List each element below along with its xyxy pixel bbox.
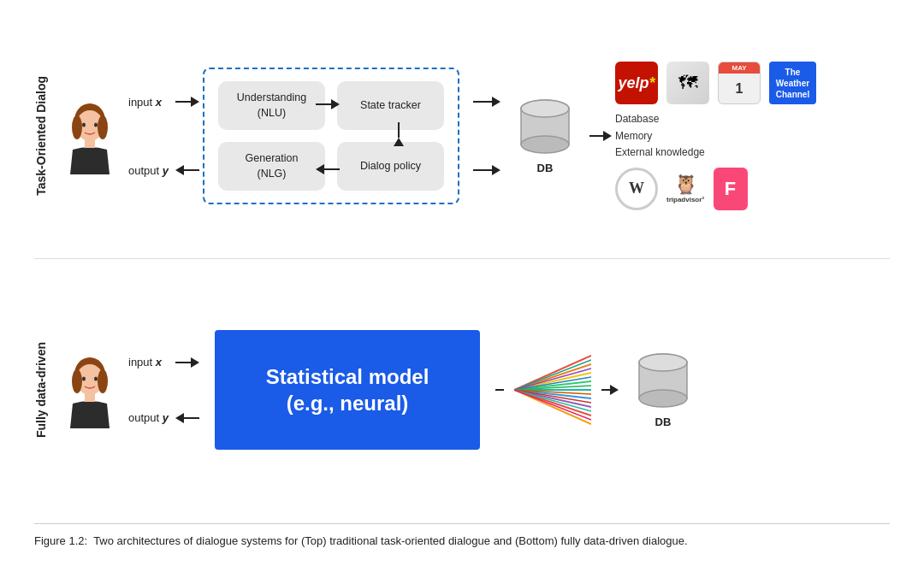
svg-point-3 (98, 115, 108, 139)
io-labels-bottom: input x output y (128, 334, 169, 445)
db-cylinder-top (519, 98, 571, 158)
icons-row-top: yelp* 🗺 MAY 1 The Weather Channel (615, 62, 816, 104)
svg-point-9 (521, 136, 569, 153)
policy-nlg-arrow (316, 164, 340, 174)
maps-icon: 🗺 (666, 62, 709, 104)
stat-model-label: Statistical model(e.g., neural) (266, 363, 429, 416)
weather-line1: The (785, 67, 801, 78)
bottom-db-arrow (473, 165, 500, 175)
svg-point-13 (72, 369, 82, 393)
svg-point-38 (639, 354, 687, 371)
svg-point-5 (82, 123, 86, 127)
wires-visualization (514, 347, 591, 433)
tripadvisor-icon: 🦉 tripadvisor° (666, 174, 705, 203)
svg-point-10 (521, 100, 569, 117)
nlu-box: Understanding(NLU) (218, 81, 325, 130)
right-icons-area: yelp* 🗺 MAY 1 The Weather Channel Datab (615, 62, 816, 210)
db-top: DB (519, 98, 571, 174)
calendar-icon: MAY 1 (718, 62, 761, 104)
box-to-db-arrows (473, 68, 500, 204)
output-arrow (175, 165, 199, 175)
nlu-state-arrow (316, 99, 340, 109)
io-labels-top: input x output y (128, 68, 169, 204)
top-db-arrow (473, 97, 500, 107)
section-top: Task-Oriented Dialog (34, 17, 890, 255)
bottom-section-label: Fully data-driven (34, 342, 48, 438)
svg-rect-15 (85, 393, 95, 402)
calendar-header: MAY (719, 62, 760, 74)
wires-to-db-arrow (601, 385, 619, 395)
figure-caption: Figure 1.2: Two architectures of dialogu… (34, 523, 890, 550)
yelp-icon: yelp* (615, 62, 658, 104)
io-arrows-bottom (175, 334, 199, 445)
db-cylinder-bottom (637, 352, 689, 412)
avatar-bottom (60, 356, 120, 424)
input-label-bottom: input x (128, 356, 169, 368)
avatar-top (60, 102, 120, 170)
input-label-top: input x (128, 96, 169, 109)
svg-point-6 (94, 123, 98, 127)
calendar-body: 1 (719, 74, 760, 103)
svg-point-14 (98, 369, 108, 393)
db-to-icons-arrow (589, 131, 612, 141)
db-top-label: DB (537, 162, 554, 174)
svg-rect-4 (85, 139, 95, 148)
icons-row-bottom: W 🦉 tripadvisor° F (615, 168, 816, 210)
weather-line3: Channel (776, 89, 809, 100)
nlg-box: Generation(NLG) (218, 142, 325, 191)
dialog-policy-box: Dialog policy (337, 142, 444, 191)
output-arrow-bottom (175, 413, 199, 423)
svg-point-37 (639, 390, 687, 407)
wires-svg (514, 347, 591, 433)
section-bottom: Fully data-driven input x output y (34, 271, 890, 509)
top-section-label: Task-Oriented Dialog (34, 76, 48, 196)
input-arrow (175, 97, 199, 107)
io-arrows-top (175, 68, 199, 204)
section-divider (34, 258, 890, 259)
db-bottom-label: DB (655, 416, 672, 428)
wikipedia-icon: W (615, 168, 658, 210)
svg-point-17 (94, 377, 98, 381)
output-label-bottom: output y (128, 411, 169, 424)
figure-caption-text: Figure 1.2: Two architectures of dialogu… (34, 534, 688, 547)
svg-point-2 (72, 115, 82, 139)
db-bottom: DB (637, 352, 689, 428)
dashed-box: Understanding(NLU) State tracker Generat… (203, 68, 459, 204)
stat-model-box: Statistical model(e.g., neural) (215, 330, 480, 450)
output-label-top: output y (128, 164, 169, 177)
input-arrow-bottom (175, 357, 199, 368)
state-tracker-box: State tracker (337, 81, 444, 130)
svg-point-16 (82, 377, 86, 381)
weather-icon: The Weather Channel (769, 62, 816, 104)
state-policy-arrow (394, 122, 404, 146)
foursquare-icon: F (714, 168, 748, 210)
model-to-wires-arrow (495, 389, 504, 391)
db-memory-label: DatabaseMemoryExternal knowledge (615, 111, 816, 161)
weather-line2: Weather (776, 78, 809, 89)
main-container: Task-Oriented Dialog (0, 0, 924, 566)
